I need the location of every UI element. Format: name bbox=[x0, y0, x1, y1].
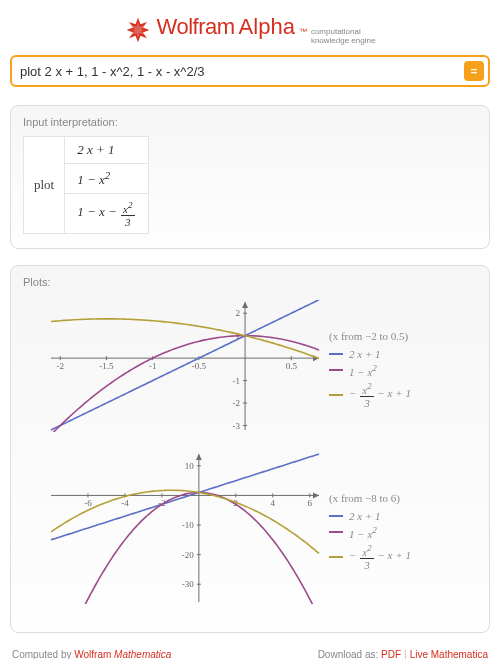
legend-item: 1 − x2 bbox=[329, 363, 411, 378]
svg-text:-20: -20 bbox=[182, 550, 194, 560]
plot-1: -2-1.5-1-0.50.5-3-2-112 bbox=[23, 296, 323, 446]
legend-item: 2 x + 1 bbox=[329, 510, 411, 522]
plot-2: -6-4-2246-30-20-1010 bbox=[23, 448, 323, 618]
svg-text:-0.5: -0.5 bbox=[192, 361, 207, 371]
wolfram-logo-icon bbox=[125, 17, 151, 43]
footer-right: Download as: PDF|Live Mathematica bbox=[318, 649, 488, 659]
svg-text:-3: -3 bbox=[233, 420, 241, 430]
brand-tagline: computationalknowledge engine bbox=[311, 27, 376, 45]
svg-text:-2: -2 bbox=[56, 361, 64, 371]
interp-row: 1 − x − x23 bbox=[65, 194, 147, 233]
legend-range: (x from −2 to 0.5) bbox=[329, 330, 411, 342]
interp-row: 2 x + 1 bbox=[65, 137, 147, 164]
svg-marker-5 bbox=[242, 302, 248, 308]
interp-keyword: plot bbox=[24, 137, 65, 233]
svg-marker-29 bbox=[313, 492, 319, 498]
brand-alpha: Alpha bbox=[239, 14, 295, 40]
download-pdf-link[interactable]: PDF bbox=[381, 649, 401, 659]
svg-text:4: 4 bbox=[271, 498, 276, 508]
interpretation-table: plot 2 x + 1 1 − x2 1 − x − x23 bbox=[23, 136, 149, 234]
plots-card: Plots: -2-1.5-1-0.50.5-3-2-112 (x from −… bbox=[10, 265, 490, 633]
search-bar[interactable]: = bbox=[10, 55, 490, 87]
plot-row-2: -6-4-2246-30-20-1010 (x from −8 to 6) 2 … bbox=[23, 448, 477, 618]
svg-text:-6: -6 bbox=[84, 498, 92, 508]
legend-item: 1 − x2 bbox=[329, 525, 411, 540]
search-input[interactable] bbox=[20, 64, 464, 79]
svg-marker-30 bbox=[196, 454, 202, 460]
svg-text:-10: -10 bbox=[182, 520, 194, 530]
card-title: Plots: bbox=[23, 276, 477, 288]
plot-1-legend: (x from −2 to 0.5) 2 x + 1 1 − x2 − x23 … bbox=[329, 330, 411, 412]
plot-2-legend: (x from −8 to 6) 2 x + 1 1 − x2 − x23 − … bbox=[329, 492, 411, 574]
input-interpretation-card: Input interpretation: plot 2 x + 1 1 − x… bbox=[10, 105, 490, 249]
svg-text:-1.5: -1.5 bbox=[99, 361, 114, 371]
header: WolframAlpha™ computationalknowledge eng… bbox=[10, 8, 490, 55]
svg-text:-4: -4 bbox=[121, 498, 129, 508]
card-title: Input interpretation: bbox=[23, 116, 477, 128]
brand-tm: ™ bbox=[299, 27, 307, 36]
svg-text:2: 2 bbox=[236, 308, 241, 318]
svg-text:10: 10 bbox=[185, 461, 195, 471]
svg-text:-1: -1 bbox=[233, 376, 241, 386]
footer-left: Computed by Wolfram Mathematica bbox=[12, 649, 171, 659]
svg-text:6: 6 bbox=[308, 498, 313, 508]
svg-text:-30: -30 bbox=[182, 579, 194, 589]
download-live-link[interactable]: Live Mathematica bbox=[410, 649, 488, 659]
svg-text:0.5: 0.5 bbox=[286, 361, 298, 371]
interp-row: 1 − x2 bbox=[65, 164, 147, 194]
svg-text:-1: -1 bbox=[149, 361, 157, 371]
legend-item: 2 x + 1 bbox=[329, 348, 411, 360]
compute-button[interactable]: = bbox=[464, 61, 484, 81]
legend-item: − x23 − x + 1 bbox=[329, 542, 411, 571]
legend-range: (x from −8 to 6) bbox=[329, 492, 411, 504]
brand-wolfram: Wolfram bbox=[157, 14, 235, 40]
footer: Computed by Wolfram Mathematica Download… bbox=[10, 649, 490, 659]
legend-item: − x23 − x + 1 bbox=[329, 380, 411, 409]
svg-text:-2: -2 bbox=[233, 398, 241, 408]
plot-row-1: -2-1.5-1-0.50.5-3-2-112 (x from −2 to 0.… bbox=[23, 296, 477, 446]
